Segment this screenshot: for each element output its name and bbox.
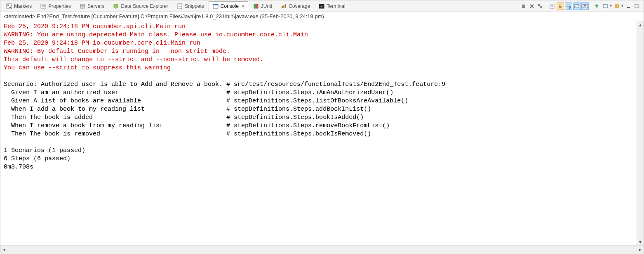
- tab-label: Terminal: [327, 3, 345, 9]
- junit-icon: [253, 3, 259, 9]
- scroll-lock-button[interactable]: [557, 2, 564, 10]
- tab-label: Data Source Explorer: [121, 3, 168, 9]
- show-on-stdout-button[interactable]: [573, 2, 581, 10]
- dropdown-icon[interactable]: ▼: [621, 5, 624, 7]
- scroll-right-icon[interactable]: ▸: [637, 246, 644, 253]
- clear-console-button[interactable]: [548, 2, 556, 10]
- scroll-down-icon[interactable]: ▾: [637, 238, 644, 245]
- tab-label: Servers: [87, 3, 104, 9]
- vertical-scrollbar[interactable]: ▴ ▾: [637, 21, 644, 245]
- pin-console-button[interactable]: [593, 2, 601, 10]
- show-on-stderr-button[interactable]: [581, 2, 589, 10]
- tab-label: Properties: [48, 3, 71, 9]
- toolbar-divider: [546, 3, 546, 9]
- tab-label: Coverage: [289, 3, 310, 9]
- tab-label: JUnit: [261, 3, 272, 9]
- svg-rect-17: [283, 5, 284, 8]
- tab-label: Console: [221, 3, 239, 9]
- toolbar-divider: [591, 3, 591, 9]
- remove-all-button[interactable]: [536, 2, 544, 10]
- tab-label: Markers: [14, 3, 32, 9]
- svg-rect-0: [7, 4, 12, 9]
- tab-label: Snippets: [185, 3, 204, 9]
- dropdown-icon[interactable]: ▼: [609, 5, 612, 7]
- display-selected-console-button[interactable]: [602, 2, 609, 10]
- tab-snippets[interactable]: Snippets: [173, 1, 208, 11]
- svg-rect-16: [282, 6, 283, 8]
- scroll-left-icon[interactable]: ◂: [0, 246, 7, 253]
- svg-rect-7: [80, 7, 85, 8]
- svg-rect-13: [213, 4, 218, 5]
- remove-launch-button[interactable]: [528, 2, 536, 10]
- horizontal-scrollbar[interactable]: ◂ ▸: [0, 245, 644, 253]
- scroll-up-icon[interactable]: ▴: [637, 21, 644, 28]
- svg-rect-22: [550, 4, 554, 8]
- svg-rect-2: [9, 7, 11, 8]
- scroll-track[interactable]: [637, 28, 644, 238]
- open-console-button[interactable]: [613, 2, 620, 10]
- word-wrap-button[interactable]: [565, 2, 572, 10]
- svg-rect-3: [41, 4, 46, 8]
- svg-rect-25: [559, 6, 562, 8]
- tab-terminal[interactable]: >_ Terminal: [315, 1, 349, 11]
- datasource-icon: [113, 3, 119, 9]
- close-icon[interactable]: ✕: [241, 4, 244, 8]
- servers-icon: [79, 3, 86, 9]
- coverage-icon: [280, 3, 287, 9]
- tab-coverage[interactable]: Coverage: [277, 1, 314, 11]
- snippets-icon: [176, 3, 183, 9]
- console-area: Feb 25, 2020 9:24:18 PM cucumber.api.cli…: [0, 21, 644, 245]
- maximize-button[interactable]: [633, 2, 640, 10]
- svg-rect-26: [575, 5, 579, 8]
- svg-text:>_: >_: [320, 5, 324, 8]
- terminate-button[interactable]: [520, 2, 527, 10]
- launch-status-line: <terminated> End2End_Test.feature [Cucum…: [0, 12, 644, 21]
- svg-rect-14: [254, 4, 256, 8]
- view-tabs: Markers Properties Servers Data Source E…: [2, 1, 349, 11]
- svg-rect-6: [80, 4, 85, 6]
- properties-icon: [40, 3, 47, 9]
- console-output[interactable]: Feb 25, 2020 9:24:18 PM cucumber.api.cli…: [0, 21, 644, 245]
- minimize-button[interactable]: [625, 2, 632, 10]
- tab-servers[interactable]: Servers: [75, 1, 108, 11]
- svg-rect-21: [522, 5, 525, 8]
- tab-console[interactable]: Console ✕: [209, 1, 248, 11]
- tab-properties[interactable]: Properties: [36, 1, 75, 11]
- svg-rect-18: [285, 4, 286, 8]
- svg-rect-15: [256, 4, 258, 8]
- svg-rect-1: [7, 5, 9, 6]
- tab-markers[interactable]: Markers: [2, 1, 35, 11]
- svg-rect-30: [603, 5, 607, 8]
- view-tabbar: Markers Properties Servers Data Source E…: [0, 0, 644, 12]
- console-toolbar: ▼ ▼: [520, 2, 642, 10]
- tab-data-source-explorer[interactable]: Data Source Explorer: [109, 1, 172, 11]
- svg-rect-33: [635, 5, 638, 8]
- terminal-icon: >_: [318, 3, 325, 9]
- markers-icon: [6, 3, 12, 9]
- console-icon: [212, 3, 219, 9]
- tab-junit[interactable]: JUnit: [249, 1, 276, 11]
